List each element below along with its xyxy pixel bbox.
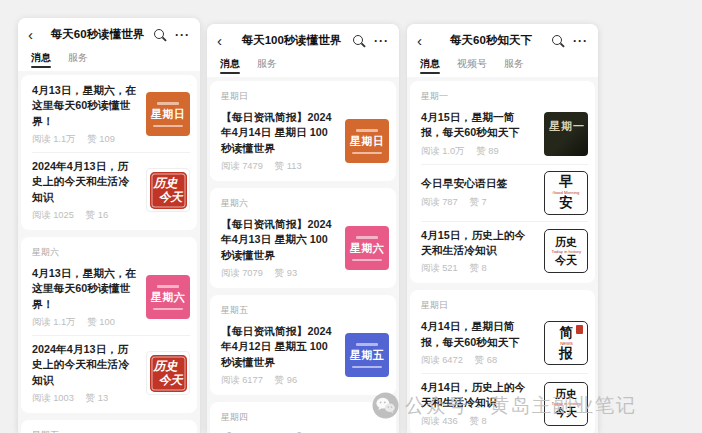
read-count: 阅读 521	[421, 262, 458, 275]
official-account-panel: ‹每天100秒读懂世界···消息服务星期日【每日资讯简报】2024年4月14日 …	[207, 24, 399, 433]
tab-services[interactable]: 服务	[256, 55, 278, 77]
group-day-label: 星期六	[221, 190, 389, 211]
like-count: 赞 8	[470, 262, 487, 275]
tab-bar: 消息视频号服务	[407, 51, 598, 77]
article-item[interactable]: 4月13日，星期六，在这里每天60秒读懂世界！阅读 1.1万赞 109星期日	[32, 77, 190, 152]
article-thumbnail: 历史Today in history今天	[544, 229, 588, 273]
like-count: 赞 100	[87, 316, 114, 329]
tab-services[interactable]: 服务	[503, 55, 525, 77]
account-title: 每天100秒读懂世界	[230, 33, 353, 48]
header-actions: ···	[154, 29, 190, 41]
thumbnail-deco	[352, 366, 382, 368]
search-icon[interactable]	[353, 35, 365, 47]
read-count: 阅读 7479	[221, 160, 263, 173]
read-count: 阅读 1.0万	[421, 145, 464, 158]
stamp-text-mid: Today in history	[551, 249, 581, 253]
more-icon[interactable]: ···	[573, 35, 588, 47]
article-text: 4月13日，星期六，在这里每天60秒读懂世界！阅读 1.1万赞 109	[32, 83, 138, 146]
more-icon[interactable]: ···	[175, 29, 190, 41]
article-item[interactable]: 4月15日，历史上的今天和生活冷知识阅读 521赞 8历史Today in hi…	[421, 221, 588, 282]
article-title: 4月15日，星期一简报，每天60秒知天下	[421, 110, 536, 141]
search-icon[interactable]	[154, 29, 166, 41]
like-count: 赞 68	[475, 354, 497, 367]
stamp-red-corner	[576, 325, 583, 334]
panel-header: ‹每天60秒知天下···	[407, 24, 598, 51]
article-text: 【每日资讯简报】2024年4月12日 星期五 100秒读懂世界阅读 6177赞 …	[221, 324, 337, 387]
read-count: 阅读 6472	[421, 354, 463, 367]
article-text: 【每日资讯简报】2024年4月13日 星期六 100秒读懂世界阅读 7079赞 …	[221, 217, 337, 280]
article-item[interactable]: 【每日资讯简报】2024年4月13日 星期六 100秒读懂世界阅读 7079赞 …	[221, 211, 389, 286]
article-item[interactable]: 【每日资讯简报】2024年4月14日 星期日 100秒读懂世界阅读 7479赞 …	[221, 104, 389, 179]
thumbnail-day-text: 星期日	[151, 107, 186, 122]
panel-header: ‹每天60秒读懂世界···	[18, 18, 200, 45]
read-count: 阅读 1025	[32, 209, 74, 222]
back-icon[interactable]: ‹	[217, 33, 230, 48]
article-group-card: 星期六4月13日，星期六，在这里每天60秒读懂世界！阅读 1.1万赞 100星期…	[21, 237, 197, 413]
thumbnail-deco	[356, 236, 378, 239]
thumbnail-deco	[157, 285, 179, 288]
article-stats: 阅读 1.0万赞 89	[421, 145, 536, 158]
more-icon[interactable]: ···	[374, 35, 389, 47]
article-item[interactable]: 4月15日，星期一简报，每天60秒知天下阅读 1.0万赞 89星期一	[421, 104, 588, 164]
article-thumbnail: 历史今天	[146, 168, 190, 212]
stamp-text-bottom: 安	[559, 196, 573, 210]
group-day-label: 星期五	[221, 297, 389, 318]
search-icon[interactable]	[552, 35, 564, 47]
article-group-card: 星期五【每日资讯简报】2024年4月12日 星期五 100秒读懂世界阅读 617…	[210, 295, 396, 395]
like-count: 赞 7	[470, 196, 487, 209]
read-count: 阅读 1.1万	[32, 316, 75, 329]
seal-text-bottom: 今天	[159, 189, 183, 206]
tab-services[interactable]: 服务	[67, 49, 89, 71]
article-thumbnail: 历史今天	[146, 351, 190, 395]
thumbnail-deco	[157, 102, 179, 105]
article-list: 星期一4月15日，星期一简报，每天60秒知天下阅读 1.0万赞 89星期一今日早…	[407, 77, 598, 433]
article-text: 今日早安心语日签阅读 787赞 7	[421, 176, 536, 208]
group-day-label: 星期六	[32, 239, 190, 260]
tab-messages[interactable]: 消息	[419, 55, 441, 77]
article-thumbnail: 星期日	[345, 119, 389, 163]
article-thumbnail: 星期五	[345, 333, 389, 377]
like-count: 赞 13	[86, 392, 108, 405]
article-title: 4月13日，星期六，在这里每天60秒读懂世界！	[32, 266, 138, 312]
thumbnail-deco	[153, 308, 183, 310]
tab-bar: 消息服务	[207, 51, 399, 77]
article-text: 4月13日，星期六，在这里每天60秒读懂世界！阅读 1.1万赞 100	[32, 266, 138, 329]
tab-channels[interactable]: 视频号	[456, 55, 488, 77]
article-item[interactable]: 2024年4月13日，历史上的今天和生活冷知识阅读 1003赞 13历史今天	[32, 335, 190, 411]
article-group-card: 星期日【每日资讯简报】2024年4月14日 星期日 100秒读懂世界阅读 747…	[210, 81, 396, 181]
back-icon[interactable]: ‹	[417, 33, 430, 48]
thumbnail-day-text: 星期六	[350, 241, 385, 256]
like-count: 赞 96	[275, 374, 297, 387]
like-count: 赞 16	[86, 209, 108, 222]
tab-messages[interactable]: 消息	[219, 55, 241, 77]
article-item[interactable]: 今日早安心语日签阅读 787赞 7早Good Morning安	[421, 164, 588, 221]
stamp-text-bottom: 报	[559, 347, 573, 361]
article-stats: 阅读 521赞 8	[421, 262, 536, 275]
stamp-text-bottom: 今天	[555, 255, 577, 266]
panel-header: ‹每天100秒读懂世界···	[207, 24, 399, 51]
article-item[interactable]: 【每日资讯简报】2024年4月11日 星期四 100秒读懂世界阅读 8664赞 …	[221, 425, 389, 433]
article-thumbnail: 简NEWS报	[544, 321, 588, 365]
group-day-label: 星期日	[421, 292, 588, 313]
seal-text-bottom: 今天	[159, 372, 183, 389]
article-item[interactable]: 4月14日，星期日简报，每天60秒知天下阅读 6472赞 68简NEWS报	[421, 313, 588, 373]
like-count: 赞 89	[476, 145, 498, 158]
article-thumbnail: 星期一	[544, 112, 588, 156]
stamp-text-top: 简	[559, 326, 573, 340]
watermark-text: 公众号 · 黄岛主副业笔记	[405, 392, 637, 419]
back-icon[interactable]: ‹	[28, 27, 41, 42]
tab-bar: 消息服务	[18, 45, 200, 71]
article-item[interactable]: 2024年4月13日，历史上的今天和生活冷知识阅读 1025赞 16历史今天	[32, 152, 190, 228]
account-title: 每天60秒知天下	[430, 33, 552, 48]
article-title: 2024年4月13日，历史上的今天和生活冷知识	[32, 342, 138, 388]
article-item[interactable]: 4月13日，星期六，在这里每天60秒读懂世界！阅读 1.1万赞 100星期六	[32, 260, 190, 335]
thumbnail-deco	[356, 129, 378, 132]
article-stats: 阅读 1.1万赞 100	[32, 316, 138, 329]
thumbnail-day-text: 星期六	[151, 290, 186, 305]
wechat-logo-icon	[372, 392, 399, 419]
read-count: 阅读 6177	[221, 374, 263, 387]
tab-messages[interactable]: 消息	[30, 49, 52, 71]
article-text: 4月14日，星期日简报，每天60秒知天下阅读 6472赞 68	[421, 319, 536, 367]
article-stats: 阅读 1.1万赞 109	[32, 133, 138, 146]
article-item[interactable]: 【每日资讯简报】2024年4月12日 星期五 100秒读懂世界阅读 6177赞 …	[221, 318, 389, 393]
